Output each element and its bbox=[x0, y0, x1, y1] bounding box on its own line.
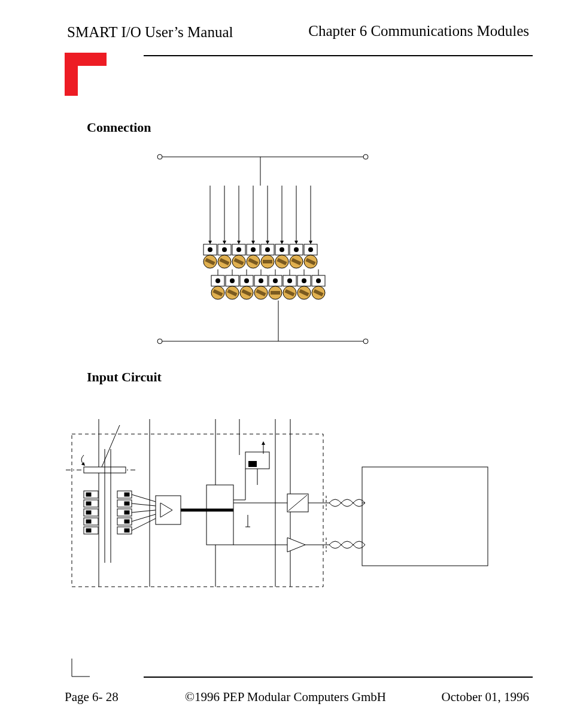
svg-rect-54 bbox=[86, 529, 91, 532]
header-rule bbox=[144, 55, 533, 56]
input-circuit-diagram bbox=[66, 407, 497, 599]
svg-line-67 bbox=[132, 510, 156, 512]
svg-rect-62 bbox=[124, 520, 129, 523]
svg-point-13 bbox=[363, 339, 368, 344]
svg-rect-52 bbox=[86, 520, 91, 523]
svg-line-65 bbox=[132, 495, 156, 502]
svg-rect-33 bbox=[362, 467, 488, 566]
header-right: Chapter 6 Communications Modules bbox=[308, 23, 529, 40]
svg-rect-64 bbox=[124, 529, 129, 532]
document-page: SMART I/O User’s Manual Chapter 6 Commun… bbox=[0, 0, 571, 728]
section-heading-connection: Connection bbox=[87, 120, 151, 135]
footer-date: October 01, 1996 bbox=[442, 690, 529, 705]
svg-rect-72 bbox=[206, 485, 233, 545]
svg-rect-60 bbox=[124, 511, 129, 514]
svg-point-8 bbox=[157, 154, 162, 159]
svg-point-11 bbox=[157, 339, 162, 344]
svg-rect-50 bbox=[86, 511, 91, 514]
header-left: SMART I/O User’s Manual bbox=[67, 24, 233, 41]
svg-rect-75 bbox=[248, 461, 257, 467]
brand-logo-icon bbox=[65, 53, 107, 96]
svg-rect-56 bbox=[124, 493, 129, 496]
svg-rect-46 bbox=[86, 493, 91, 496]
crop-mark-icon bbox=[69, 659, 93, 682]
svg-rect-58 bbox=[124, 502, 129, 505]
svg-line-66 bbox=[132, 503, 156, 506]
svg-rect-48 bbox=[86, 502, 91, 505]
connection-diagram bbox=[153, 150, 380, 353]
svg-point-10 bbox=[363, 154, 368, 159]
section-heading-input-circuit: Input Circuit bbox=[87, 369, 162, 385]
footer-rule bbox=[144, 677, 533, 678]
